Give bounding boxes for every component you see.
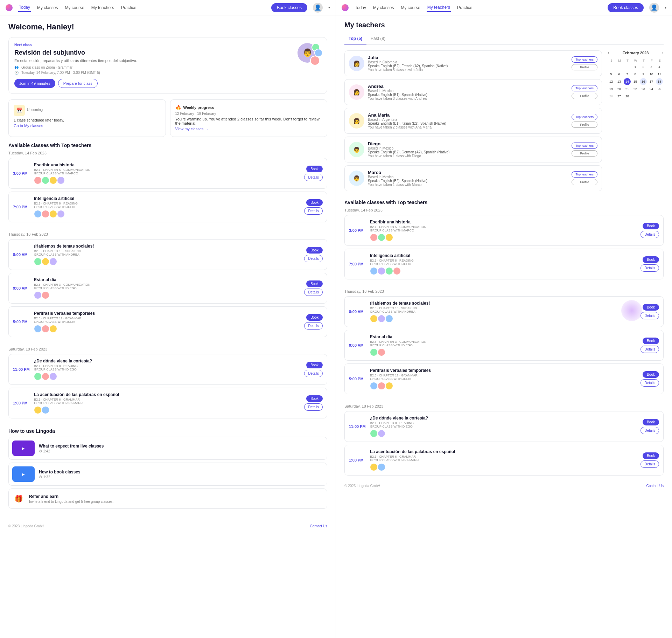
teacher-buttons: Top teachers Profile [572, 143, 597, 157]
tab-past[interactable]: Past (8) [366, 33, 390, 44]
chevron-down-icon[interactable]: ▾ [328, 6, 330, 9]
book-button[interactable]: Book [643, 256, 659, 263]
book-button[interactable]: Book [306, 199, 323, 206]
details-button[interactable]: Details [640, 460, 659, 468]
nav-practice[interactable]: Practice [120, 4, 137, 12]
nav-practice[interactable]: Practice [456, 4, 473, 12]
top-teachers-button[interactable]: Top teachers [572, 143, 597, 149]
calendar-day[interactable]: 1 [632, 63, 639, 70]
details-button[interactable]: Details [640, 231, 659, 238]
calendar-day[interactable]: 19 [608, 85, 615, 92]
user-avatar[interactable]: 👤 [313, 3, 323, 13]
calendar-day[interactable]: 15 [632, 78, 639, 85]
calendar-day[interactable]: 8 [632, 71, 639, 78]
calendar-day[interactable]: 9 [640, 71, 647, 78]
info-cards-row: 📅 Upcoming 1 class scheduled later today… [8, 99, 327, 137]
profile-button[interactable]: Profile [572, 64, 597, 70]
nav-my-course[interactable]: My course [400, 4, 421, 12]
calendar-day[interactable]: 20 [616, 85, 623, 92]
details-button[interactable]: Details [640, 264, 659, 272]
details-button[interactable]: Details [304, 207, 323, 215]
chevron-down-icon[interactable]: ▾ [665, 6, 666, 9]
calendar-day[interactable]: 14 [624, 78, 631, 85]
details-button[interactable]: Details [304, 174, 323, 181]
calendar-day[interactable]: 26 [608, 93, 615, 100]
book-classes-button[interactable]: Book classes [608, 3, 644, 12]
copyright: © 2023 Lingoda GmbH [8, 524, 44, 528]
nav-my-classes[interactable]: My classes [372, 4, 394, 12]
prepare-button[interactable]: Prepare for class [58, 79, 98, 88]
calendar-day[interactable]: 12 [608, 78, 615, 85]
top-teachers-button[interactable]: Top teachers [572, 171, 597, 178]
calendar-day[interactable]: 11 [656, 71, 663, 78]
avatar-2 [378, 430, 385, 437]
nav-my-classes[interactable]: My classes [36, 4, 58, 12]
calendar-day[interactable]: 7 [624, 71, 631, 78]
calendar-day[interactable]: 16 [640, 78, 647, 85]
details-button[interactable]: Details [640, 346, 659, 353]
nav-my-teachers[interactable]: My teachers [91, 4, 115, 12]
cal-header-t: T [624, 58, 631, 63]
calendar-day[interactable]: 18 [656, 78, 663, 85]
book-button[interactable]: Book [643, 452, 659, 459]
top-teachers-button[interactable]: Top teachers [572, 56, 597, 63]
nav-my-course[interactable]: My course [64, 4, 85, 12]
details-button[interactable]: Details [304, 289, 323, 296]
contact-us-link[interactable]: Contact Us [646, 484, 664, 488]
avatar-2 [378, 463, 385, 471]
user-avatar[interactable]: 👤 [649, 3, 659, 13]
top-teachers-button[interactable]: Top teachers [572, 85, 597, 91]
profile-button[interactable]: Profile [572, 179, 597, 185]
prev-month-button[interactable]: ‹ [608, 50, 609, 55]
calendar-day[interactable]: 13 [616, 78, 623, 85]
book-button[interactable]: Book [306, 166, 323, 172]
book-button[interactable]: Book [306, 395, 323, 402]
calendar-day[interactable]: 25 [656, 85, 663, 92]
book-button[interactable]: Book [306, 362, 323, 368]
book-button[interactable]: Book [643, 338, 659, 344]
calendar-day[interactable]: 2 [640, 63, 647, 70]
calendar-day[interactable]: 28 [624, 93, 631, 100]
calendar-day[interactable]: 4 [656, 63, 663, 70]
calendar-day[interactable]: 22 [632, 85, 639, 92]
nav-today[interactable]: Today [354, 4, 367, 12]
calendar-day[interactable]: 3 [648, 63, 655, 70]
book-button[interactable]: Book [643, 304, 659, 311]
how-to-card-book[interactable]: ▶ How to book classes ⏱ 1:32 [8, 463, 327, 486]
top-teachers-button[interactable]: Top teachers [572, 114, 597, 120]
calendar-day[interactable]: 17 [648, 78, 655, 85]
details-button[interactable]: Details [640, 312, 659, 319]
calendar-day[interactable]: 24 [648, 85, 655, 92]
contact-us-link[interactable]: Contact Us [310, 524, 327, 528]
profile-button[interactable]: Profile [572, 93, 597, 99]
details-button[interactable]: Details [304, 255, 323, 262]
book-button[interactable]: Book [643, 371, 659, 378]
how-to-card-live[interactable]: ▶ What to expect from live classes ⏱ 2:4… [8, 437, 327, 460]
details-button[interactable]: Details [304, 370, 323, 377]
calendar-day[interactable]: 5 [608, 71, 615, 78]
book-button[interactable]: Book [306, 280, 323, 287]
nav-today[interactable]: Today [18, 4, 31, 12]
profile-button[interactable]: Profile [572, 122, 597, 128]
details-button[interactable]: Details [304, 322, 323, 330]
view-classes-link[interactable]: View my classes → [175, 127, 209, 131]
tab-top[interactable]: Top (5) [344, 33, 366, 44]
book-button[interactable]: Book [643, 223, 659, 229]
book-classes-button[interactable]: Book classes [271, 3, 307, 12]
book-button[interactable]: Book [643, 419, 659, 425]
join-button[interactable]: Join in 49 minutes [14, 79, 55, 88]
book-button[interactable]: Book [306, 247, 323, 254]
go-to-classes-link[interactable]: Go to My classes [14, 124, 43, 128]
book-button[interactable]: Book [306, 314, 323, 321]
calendar-day[interactable]: 6 [616, 71, 623, 78]
details-button[interactable]: Details [640, 427, 659, 434]
nav-my-teachers[interactable]: My teachers [427, 4, 451, 12]
calendar-day[interactable]: 21 [624, 85, 631, 92]
details-button[interactable]: Details [640, 379, 659, 387]
next-month-button[interactable]: › [662, 50, 664, 55]
profile-button[interactable]: Profile [572, 150, 597, 157]
calendar-day[interactable]: 10 [648, 71, 655, 78]
calendar-day[interactable]: 23 [640, 85, 647, 92]
details-button[interactable]: Details [304, 403, 323, 411]
calendar-day[interactable]: 27 [616, 93, 623, 100]
